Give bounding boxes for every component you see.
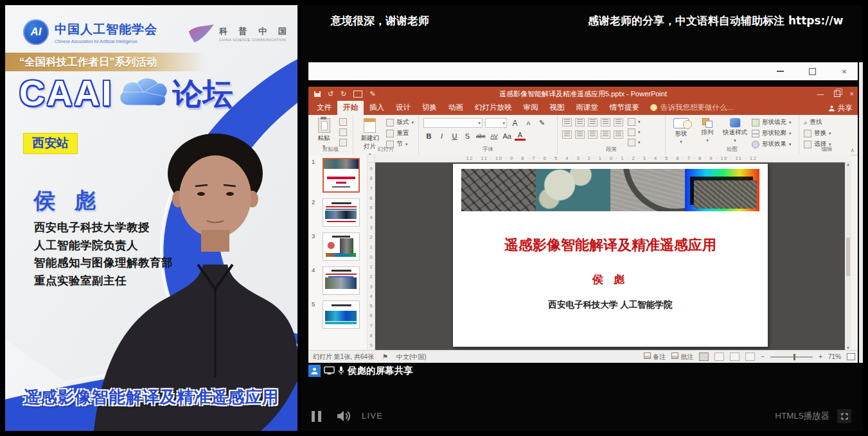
share-button[interactable]: 共享 [828, 103, 853, 113]
drawing-group: 形状 ▾ 排列 ▾ 快速样式 ▾ 形状填充▾ 形状轮廓▾ 形状效果▾ [666, 115, 799, 155]
justify-button[interactable] [601, 130, 610, 139]
scroll-up-icon[interactable]: ▲ [846, 162, 850, 166]
tab-transitions[interactable]: 切换 [416, 101, 443, 115]
comments-button[interactable]: 批注 [671, 353, 693, 362]
normal-view-button[interactable] [699, 353, 709, 361]
slide-thumbnail-2[interactable] [323, 198, 360, 227]
replace-button[interactable]: 替换▾ [804, 129, 831, 137]
tell-me-box[interactable]: 告诉我您想要做什么... [650, 103, 733, 115]
text-direction-button[interactable]: ▾ [628, 118, 641, 126]
tab-file[interactable]: 文件 [311, 101, 337, 115]
language-indicator[interactable]: 中文(中国) [396, 353, 427, 362]
ppt-minimize-button[interactable]: — [817, 90, 824, 98]
slide-thumbnail-1[interactable] [323, 158, 360, 193]
pause-button[interactable] [312, 411, 321, 422]
copy-button[interactable] [339, 128, 347, 136]
zoom-percentage[interactable]: 71% [828, 353, 841, 360]
columns-button[interactable] [614, 130, 623, 139]
scrollbar-thumb[interactable] [846, 238, 850, 276]
font-size-input[interactable]: ▾ [485, 118, 507, 128]
caai-forum-logo: CAAI 论坛 [19, 74, 233, 112]
slide-author-text[interactable]: 侯 彪 [453, 272, 768, 287]
zoom-out-button[interactable]: − [761, 353, 765, 360]
align-left-button[interactable] [562, 130, 572, 139]
slideshow-view-button[interactable] [745, 353, 755, 361]
tab-review[interactable]: 审阅 [518, 101, 544, 115]
slide-thumbnail-5[interactable] [323, 301, 360, 329]
window-maximize-button[interactable] [804, 65, 820, 77]
undo-icon[interactable]: ↺ [328, 90, 333, 98]
font-color-button[interactable]: A [515, 131, 526, 141]
tab-rain-classroom[interactable]: 雨课堂 [571, 101, 605, 115]
zoom-slider[interactable] [770, 356, 813, 358]
decrease-indent-button[interactable] [588, 118, 598, 126]
tab-insert[interactable]: 插入 [364, 101, 390, 115]
speaker-icon [337, 410, 352, 422]
slideshow-icon[interactable] [353, 91, 362, 98]
align-center-button[interactable] [575, 130, 585, 139]
zoom-in-button[interactable]: + [819, 353, 822, 360]
shrink-font-button[interactable]: A [523, 120, 534, 126]
ppt-close-button[interactable]: × [850, 90, 854, 98]
slide-canvas[interactable]: 遥感影像智能解译及精准遥感应用 侯 彪 西安电子科技大学 人工智能学院 [453, 164, 768, 347]
fullscreen-button[interactable] [837, 409, 851, 423]
underline-button[interactable]: U [449, 132, 460, 140]
find-button[interactable]: ⌕查找 [804, 118, 831, 126]
save-icon[interactable] [314, 91, 321, 97]
ribbon-display-options-icon[interactable]: ▾ [805, 91, 808, 96]
ppt-restore-button[interactable] [834, 91, 840, 97]
bold-button[interactable]: B [423, 132, 434, 140]
text-shadow-button[interactable]: S [462, 132, 473, 140]
line-spacing-button[interactable] [614, 118, 623, 126]
increase-indent-button[interactable] [601, 118, 610, 126]
strikethrough-button[interactable]: abc [475, 133, 487, 139]
vertical-scrollbar[interactable]: ▲ ▼ [845, 162, 851, 350]
tab-design[interactable]: 设计 [390, 101, 416, 115]
tab-animations[interactable]: 动画 [443, 101, 469, 115]
grow-font-button[interactable]: A [509, 119, 520, 128]
quick-styles-button[interactable]: 快速样式 ▾ [723, 118, 747, 143]
reading-view-button[interactable] [730, 353, 740, 361]
volume-button[interactable] [337, 410, 352, 422]
paste-button[interactable]: 粘贴 ▾ [313, 118, 335, 149]
speaker-name: 侯 彪 [33, 186, 102, 216]
series-banner: “全国科技工作者日”系列活动 [5, 53, 206, 71]
shape-fill-button[interactable]: 形状填充▾ [752, 118, 792, 126]
italic-button[interactable]: I [436, 132, 447, 140]
zoom-slider-thumb[interactable] [793, 354, 795, 360]
bullets-button[interactable] [562, 118, 572, 126]
slide-thumbnail-4[interactable] [323, 266, 360, 295]
align-right-button[interactable] [588, 130, 598, 139]
slide-affiliation-text[interactable]: 西安电子科技大学 人工智能学院 [453, 299, 768, 311]
proofing-flag-icon[interactable]: ⚑ [382, 353, 388, 360]
tab-home[interactable]: 开始 [337, 101, 364, 115]
qat-dropdown-icon[interactable]: ▾ [383, 91, 385, 96]
slide-thumbnail-3[interactable] [323, 232, 360, 261]
redo-icon[interactable]: ↻ [341, 90, 346, 98]
character-spacing-button[interactable]: AV [489, 133, 500, 139]
arrange-button[interactable]: 排列 ▾ [696, 118, 718, 143]
reset-button[interactable]: 重置 [386, 129, 414, 137]
shapes-button[interactable]: 形状 ▾ [670, 118, 692, 144]
clear-format-button[interactable]: ✎ [536, 119, 547, 127]
notes-button[interactable]: 备注 [644, 353, 666, 362]
window-close-button[interactable]: × [836, 65, 853, 77]
slide-title-text[interactable]: 遥感影像智能解译及精准遥感应用 [453, 236, 768, 255]
thumbnail-number: 4 [308, 266, 323, 274]
fit-slide-button[interactable] [847, 353, 855, 360]
pen-icon[interactable]: ✎ [369, 90, 375, 98]
window-minimize-button[interactable] [772, 65, 788, 77]
collapse-ribbon-button[interactable]: ∧ [850, 147, 855, 153]
speaker-title-line: 重点实验室副主任 [34, 272, 173, 290]
tab-storyboarding[interactable]: 情节提要 [604, 101, 645, 115]
tab-view[interactable]: 视图 [544, 101, 571, 115]
font-name-input[interactable]: ▾ [423, 118, 483, 128]
shape-outline-button[interactable]: 形状轮廓▾ [752, 129, 792, 137]
change-case-button[interactable]: Aa [502, 132, 513, 140]
tab-slideshow[interactable]: 幻灯片放映 [469, 101, 518, 115]
cut-button[interactable] [339, 118, 347, 126]
layout-button[interactable]: 版式▾ [386, 118, 414, 126]
slide-sorter-view-button[interactable] [714, 353, 724, 361]
numbering-button[interactable] [575, 118, 585, 126]
align-text-button[interactable]: ▾ [628, 128, 641, 136]
